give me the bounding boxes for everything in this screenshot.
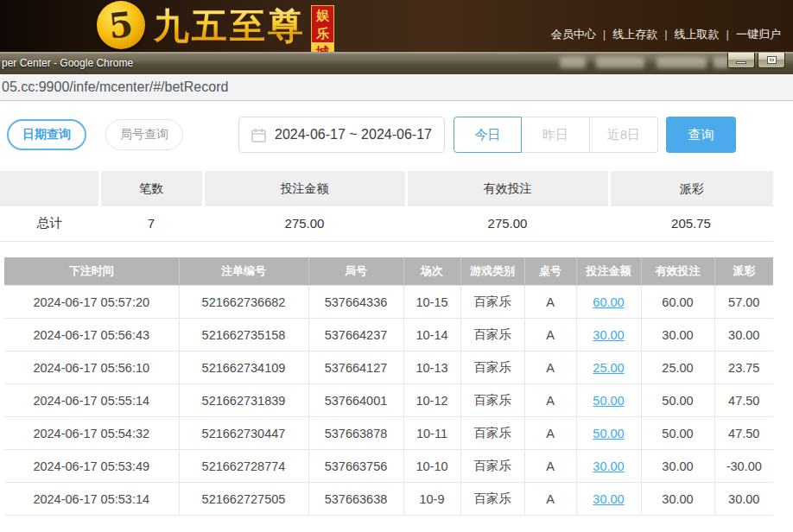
logo-entertainment-badge: 娱乐城 <box>311 5 334 52</box>
bet-table-header-cell: 下注时间 <box>4 257 179 286</box>
bet-cell: 537664336 <box>308 286 403 319</box>
nav-link-4[interactable]: 一键归户 <box>736 28 781 41</box>
maximize-button[interactable] <box>758 53 785 68</box>
bet-table-header-cell: 游戏类别 <box>460 257 524 286</box>
bet-cell: 30.00 <box>641 483 714 516</box>
minimize-icon <box>736 61 746 64</box>
bet-record-page: 日期查询局号查询 2024-06-17 ~ 2024-06-17 今日昨日近8日… <box>0 101 793 516</box>
bet-cell: 537664237 <box>308 319 403 352</box>
bet-cell: A <box>524 450 576 483</box>
bet-cell: 521662728774 <box>179 450 308 483</box>
bet-cell: 10-14 <box>403 319 460 352</box>
bet-cell: 10-10 <box>403 450 460 483</box>
bet-cell: 30.00 <box>714 319 773 352</box>
bet-cell: 30.00 <box>576 483 641 516</box>
calendar-icon <box>251 128 266 142</box>
bet-table-header-cell: 派彩 <box>714 257 773 286</box>
minimize-button[interactable] <box>727 53 755 68</box>
bet-cell: 50.00 <box>641 384 714 417</box>
badge-char: 娱 <box>312 6 333 24</box>
bet-cell: 30.00 <box>641 450 714 483</box>
summary-header-cell: 派彩 <box>609 171 773 206</box>
bet-cell: 60.00 <box>641 286 714 319</box>
bet-cell: 60.00 <box>576 286 641 319</box>
bet-cell: 2024-06-17 05:57:20 <box>4 286 179 319</box>
date-range-value[interactable]: 2024-06-17 ~ 2024-06-17 <box>275 127 432 142</box>
bet-cell: 521662736682 <box>179 286 308 319</box>
logo-95-icon: 5 <box>97 1 145 49</box>
nav-link-3[interactable]: 线上取款 <box>675 28 720 41</box>
filter-row: 日期查询局号查询 2024-06-17 ~ 2024-06-17 今日昨日近8日… <box>0 116 793 154</box>
summary-header-cell: 投注金额 <box>203 171 406 206</box>
bet-cell: 537663878 <box>308 417 403 450</box>
logo-monogram: 5 <box>107 3 136 46</box>
bet-amount-link[interactable]: 50.00 <box>593 394 624 408</box>
table-row: 2024-06-17 05:56:43521662735158537664237… <box>4 319 773 352</box>
bet-cell: 10-13 <box>403 352 460 384</box>
bet-cell: 百家乐 <box>460 319 524 352</box>
bet-cell: 2024-06-17 05:53:49 <box>4 450 179 483</box>
summary-header-cell: 有效投注 <box>406 171 609 206</box>
nav-separator: | <box>726 28 729 41</box>
search-button[interactable]: 查询 <box>666 117 736 153</box>
bet-cell: 521662730447 <box>179 417 308 450</box>
bet-cell: 2024-06-17 05:55:14 <box>4 384 179 417</box>
table-row: 2024-06-17 05:56:10521662734109537664127… <box>4 352 773 384</box>
redacted-blob <box>596 57 644 68</box>
bet-cell: 25.00 <box>576 352 641 384</box>
bet-cell: A <box>524 286 576 319</box>
date-range-picker[interactable]: 2024-06-17 ~ 2024-06-17 <box>238 117 445 153</box>
quick-date-buttons: 今日昨日近8日 <box>454 117 658 153</box>
summary-value-cell: 275.00 <box>203 206 406 241</box>
nav-link-2[interactable]: 线上存款 <box>612 28 657 41</box>
bet-table-body: 2024-06-17 05:57:20521662736682537664336… <box>4 286 773 516</box>
browser-urlbar[interactable]: 05.cc:9900/infe/mcenter/#/betRecord <box>0 74 793 101</box>
bet-cell: 30.00 <box>714 483 773 516</box>
bet-record-table: 下注时间注单编号局号场次游戏类别桌号投注金额有效投注派彩 2024-06-17 … <box>4 257 773 516</box>
bet-cell: A <box>524 417 576 450</box>
bet-amount-link[interactable]: 25.00 <box>593 361 624 375</box>
bet-cell: A <box>524 319 576 352</box>
tab-round-query[interactable]: 局号查询 <box>105 119 183 150</box>
bet-amount-link[interactable]: 60.00 <box>593 295 624 309</box>
bet-cell: 10-9 <box>403 483 460 516</box>
nav-link-1[interactable]: 会员中心 <box>551 28 596 41</box>
bet-cell: 2024-06-17 05:56:10 <box>4 352 179 384</box>
maximize-icon <box>767 56 777 64</box>
bet-cell: 521662731839 <box>179 384 308 417</box>
summary-value-cell: 7 <box>99 206 203 241</box>
bet-amount-link[interactable]: 50.00 <box>593 427 624 440</box>
bet-cell: -30.00 <box>714 450 773 483</box>
bet-cell: 521662727505 <box>179 483 308 516</box>
url-text[interactable]: 05.cc:9900/infe/mcenter/#/betRecord <box>2 79 228 95</box>
bet-amount-link[interactable]: 30.00 <box>593 492 624 506</box>
bet-cell: A <box>524 384 576 417</box>
bet-cell: 23.75 <box>714 352 773 384</box>
bet-cell: 47.50 <box>714 417 773 450</box>
bet-amount-link[interactable]: 30.00 <box>593 459 624 473</box>
filter-tabs: 日期查询局号查询 <box>7 119 202 150</box>
bet-cell: 537664127 <box>308 352 403 384</box>
logo-title: 九五至尊 <box>154 1 306 51</box>
quick-button-3[interactable]: 近8日 <box>590 117 658 153</box>
nav-separator: | <box>664 28 667 41</box>
badge-char: 城 <box>312 42 333 52</box>
tab-date-query[interactable]: 日期查询 <box>7 119 86 150</box>
bet-table-header-cell: 投注金额 <box>576 257 641 286</box>
site-banner: 5 九五至尊 娱乐城 会员中心|线上存款|线上取款|一键归户 <box>0 0 793 52</box>
bet-cell: 百家乐 <box>460 384 524 417</box>
bet-amount-link[interactable]: 30.00 <box>593 328 624 342</box>
bet-cell: 47.50 <box>714 384 773 417</box>
bet-cell: 50.00 <box>576 384 641 417</box>
bet-cell: 30.00 <box>641 319 714 352</box>
quick-button-2[interactable]: 昨日 <box>522 117 590 153</box>
summary-value-cell: 205.75 <box>609 206 773 241</box>
bet-cell: 25.00 <box>641 352 714 384</box>
bet-cell: 521662735158 <box>179 319 308 352</box>
summary-value-cell: 275.00 <box>406 206 609 241</box>
redacted-blob <box>560 57 586 68</box>
browser-titlebar: per Center - Google Chrome <box>0 52 793 74</box>
bet-cell: 百家乐 <box>460 417 524 450</box>
quick-button-1[interactable]: 今日 <box>454 117 522 153</box>
badge-char: 乐 <box>312 24 333 42</box>
